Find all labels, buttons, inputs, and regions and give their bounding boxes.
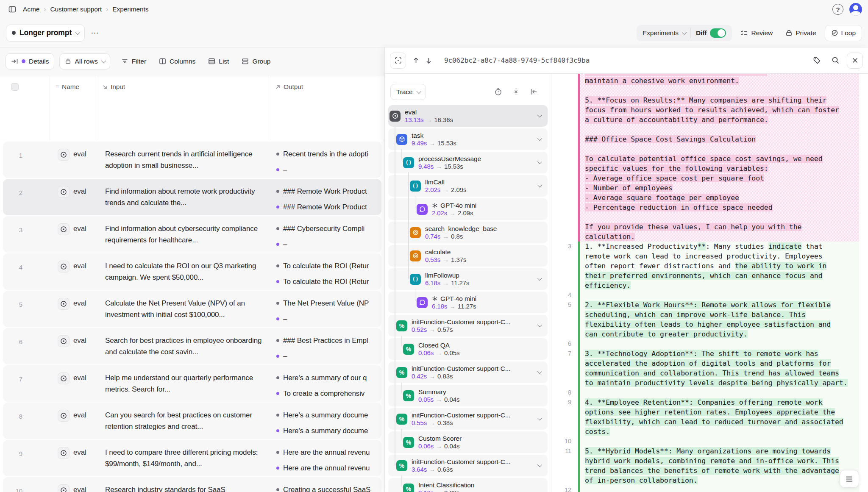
next-row-icon[interactable] [422,54,435,67]
chevron-down-icon[interactable] [537,462,542,467]
diff-toggle[interactable] [710,28,726,38]
table-row[interactable]: 10evalResearch industry standards for Sa… [3,477,381,492]
open-list-icon[interactable] [840,470,859,488]
chevron-down-icon[interactable] [537,416,542,420]
output-dot [276,339,279,342]
trace-view-select[interactable]: Trace [390,84,426,100]
help-icon[interactable]: ? [832,4,843,15]
diff-line-text: efficiency. [580,281,859,290]
span-duration: 9.48s→15.53s [418,163,463,170]
review-button[interactable]: Review [736,25,777,41]
diff-line-number: 8 [551,388,578,397]
experiment-select[interactable]: Longer prompt [6,25,85,42]
table-row[interactable]: 9evalI need to compare three different p… [3,440,381,476]
chevron-down-icon[interactable] [537,183,542,187]
trace-span-row[interactable]: %initFunction-Customer support-C...0.42s… [388,361,548,383]
chevron-down-icon[interactable] [537,136,542,141]
output-dot [276,355,279,358]
table-row[interactable]: 1evalResearch current trends in artifici… [3,142,381,178]
column-header-output[interactable]: Output [275,83,303,91]
sidebar-toggle-icon[interactable] [6,3,19,16]
close-icon[interactable] [847,53,863,69]
diff-line-text: ### Office Space Cost Savings Calculatio… [580,134,859,144]
diff-line: flexibility often leads to higher employ… [551,320,868,329]
chevron-down-icon[interactable] [537,369,542,374]
span-title: llmCall [425,178,466,186]
fit-rows-icon[interactable] [512,88,520,96]
diff-line-number [551,95,578,105]
row-input: Can you search for best practices on cus… [105,409,267,433]
diff-line-number: 7 [551,349,578,359]
diff-line-text: hybrid work models, combining remote and… [580,456,859,466]
search-icon[interactable] [828,53,843,68]
trace-span-row[interactable]: %initFunction-Customer support-C...3.64s… [388,455,548,476]
column-divider [98,75,98,140]
span-title: calculate [425,248,466,256]
eval-icon [58,149,70,161]
table-row[interactable]: 6evalSearch for best practices in employ… [3,328,381,364]
chevron-down-icon[interactable] [537,276,542,281]
output-text: The Net Present Value (NP [283,299,369,308]
span-duration: 0.52s→0.57s [412,326,453,333]
more-menu-icon[interactable]: ⋯ [91,28,100,38]
columns-button[interactable]: Columns [159,58,195,65]
details-button[interactable]: Details [6,53,54,69]
breadcrumb-item[interactable]: Experiments [112,6,148,13]
trace-span-row[interactable]: eval13.13s→16.36s [388,105,548,127]
span-duration: 0.53s→1.37s [425,256,466,263]
table-row[interactable]: 3evalFind information about cybersecurit… [3,216,381,253]
group-button[interactable]: Group [242,58,270,65]
filter-button[interactable]: Filter [121,58,146,65]
trace-span-row[interactable]: %Intent Classification0.13s→0.08s [388,478,548,492]
breadcrumb-item[interactable]: Acme [23,6,39,13]
list-button[interactable]: List [208,58,229,65]
table-row[interactable]: 7evalHelp me understand our quarterly pe… [3,365,381,402]
collapse-left-icon[interactable] [530,88,538,96]
breadcrumb-item[interactable]: Customer support [50,6,102,13]
column-header-input[interactable]: Input [102,83,125,91]
loop-button[interactable]: Loop [825,25,862,41]
private-button[interactable]: Private [781,25,820,41]
row-output: ### Cybersecurity Compli– [276,223,381,254]
avatar[interactable] [849,3,862,16]
rows-filter-button[interactable]: All rows [59,53,110,69]
span-title: initFunction-Customer support-C... [412,364,511,372]
diff-line-number [551,173,578,183]
select-all-checkbox[interactable] [11,83,19,91]
trace-span-row[interactable]: %initFunction-Customer support-C...0.52s… [388,315,548,336]
trace-span-row[interactable]: GPT-4o mini2.02s→2.09s [388,198,548,220]
diff-line-text: often report fewer distractions and the … [580,261,859,271]
stopwatch-icon[interactable] [494,88,502,96]
diff-line: 115. **Hybrid Models**: Many organizatio… [551,446,868,456]
diff-line-text [580,388,859,397]
trace-span-row[interactable]: %initFunction-Customer support-C...0.55s… [388,408,548,430]
chevron-down-icon[interactable] [537,113,542,117]
diff-line: ### Office Space Cost Savings Calculatio… [551,134,868,144]
trace-span-row[interactable]: ()processUserMessage9.48s→15.53s [388,152,548,173]
trace-span-row[interactable]: %Closed QA0.06s→0.05s [388,338,548,360]
prev-row-icon[interactable] [409,54,422,67]
table-row[interactable]: 5evalCalculate the Net Present Value (NP… [3,291,381,327]
trace-span-row[interactable]: GPT-4o mini6.18s→11.27s [388,292,548,313]
span-title: task [412,131,456,139]
diff-line: remote work can lead to increased produc… [551,251,868,261]
diff-line: - Average office space cost per square f… [551,173,868,183]
focus-icon[interactable] [390,53,406,69]
table-row[interactable]: 4evalI need to calculate the ROI on our … [3,253,381,290]
row-input: Find information about remote work produ… [105,186,267,209]
rows-icon: ≡ [56,83,59,90]
chevron-down-icon[interactable] [537,159,542,164]
diff-line-text: specific values for the following variab… [580,164,859,173]
diff-line: - Number of employees [551,183,868,193]
table-row[interactable]: 2evalFind information about remote work … [3,179,381,215]
diff-line-number [551,115,578,125]
column-header-name[interactable]: ≡ Name [56,83,79,91]
chevron-down-icon[interactable] [537,322,542,327]
trace-span-row[interactable]: task9.49s→15.53s [388,128,548,150]
trace-span-row[interactable]: %Summary0.05s→0.04s [388,385,548,406]
tag-icon[interactable] [810,53,824,68]
table-row[interactable]: 8evalCan you search for best practices o… [3,403,381,439]
view-mode-select[interactable]: Experiments [637,29,690,37]
trace-span-row[interactable]: %Custom Scorer0.06s→0.04s [388,431,548,453]
diff-line-text: costs. [580,427,859,436]
